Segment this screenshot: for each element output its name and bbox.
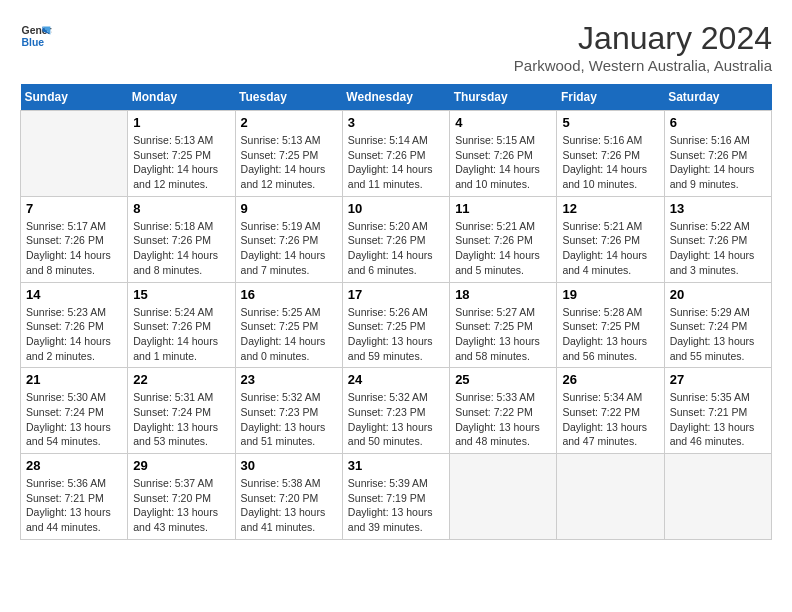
day-number: 13 bbox=[670, 201, 766, 216]
page-header: General Blue January 2024 Parkwood, West… bbox=[20, 20, 772, 74]
column-header-wednesday: Wednesday bbox=[342, 84, 449, 111]
title-area: January 2024 Parkwood, Western Australia… bbox=[514, 20, 772, 74]
day-number: 23 bbox=[241, 372, 337, 387]
calendar-cell: 30Sunrise: 5:38 AM Sunset: 7:20 PM Dayli… bbox=[235, 454, 342, 540]
day-number: 27 bbox=[670, 372, 766, 387]
day-info: Sunrise: 5:18 AM Sunset: 7:26 PM Dayligh… bbox=[133, 219, 229, 278]
day-info: Sunrise: 5:33 AM Sunset: 7:22 PM Dayligh… bbox=[455, 390, 551, 449]
day-info: Sunrise: 5:23 AM Sunset: 7:26 PM Dayligh… bbox=[26, 305, 122, 364]
month-title: January 2024 bbox=[514, 20, 772, 57]
day-info: Sunrise: 5:16 AM Sunset: 7:26 PM Dayligh… bbox=[562, 133, 658, 192]
day-info: Sunrise: 5:27 AM Sunset: 7:25 PM Dayligh… bbox=[455, 305, 551, 364]
calendar-cell: 12Sunrise: 5:21 AM Sunset: 7:26 PM Dayli… bbox=[557, 196, 664, 282]
day-number: 1 bbox=[133, 115, 229, 130]
day-number: 22 bbox=[133, 372, 229, 387]
calendar-cell: 25Sunrise: 5:33 AM Sunset: 7:22 PM Dayli… bbox=[450, 368, 557, 454]
calendar-week-5: 28Sunrise: 5:36 AM Sunset: 7:21 PM Dayli… bbox=[21, 454, 772, 540]
day-number: 6 bbox=[670, 115, 766, 130]
day-number: 24 bbox=[348, 372, 444, 387]
day-number: 19 bbox=[562, 287, 658, 302]
day-number: 25 bbox=[455, 372, 551, 387]
calendar-cell: 17Sunrise: 5:26 AM Sunset: 7:25 PM Dayli… bbox=[342, 282, 449, 368]
day-number: 3 bbox=[348, 115, 444, 130]
svg-text:Blue: Blue bbox=[22, 37, 45, 48]
logo-icon: General Blue bbox=[20, 20, 52, 52]
day-info: Sunrise: 5:36 AM Sunset: 7:21 PM Dayligh… bbox=[26, 476, 122, 535]
day-number: 17 bbox=[348, 287, 444, 302]
calendar-cell: 5Sunrise: 5:16 AM Sunset: 7:26 PM Daylig… bbox=[557, 111, 664, 197]
day-number: 14 bbox=[26, 287, 122, 302]
day-number: 7 bbox=[26, 201, 122, 216]
day-info: Sunrise: 5:25 AM Sunset: 7:25 PM Dayligh… bbox=[241, 305, 337, 364]
calendar-cell: 3Sunrise: 5:14 AM Sunset: 7:26 PM Daylig… bbox=[342, 111, 449, 197]
day-number: 31 bbox=[348, 458, 444, 473]
day-info: Sunrise: 5:37 AM Sunset: 7:20 PM Dayligh… bbox=[133, 476, 229, 535]
day-info: Sunrise: 5:32 AM Sunset: 7:23 PM Dayligh… bbox=[241, 390, 337, 449]
calendar-cell: 29Sunrise: 5:37 AM Sunset: 7:20 PM Dayli… bbox=[128, 454, 235, 540]
day-number: 28 bbox=[26, 458, 122, 473]
calendar-cell bbox=[557, 454, 664, 540]
calendar-cell bbox=[450, 454, 557, 540]
calendar-cell: 4Sunrise: 5:15 AM Sunset: 7:26 PM Daylig… bbox=[450, 111, 557, 197]
calendar-week-4: 21Sunrise: 5:30 AM Sunset: 7:24 PM Dayli… bbox=[21, 368, 772, 454]
calendar-cell: 15Sunrise: 5:24 AM Sunset: 7:26 PM Dayli… bbox=[128, 282, 235, 368]
calendar-cell: 19Sunrise: 5:28 AM Sunset: 7:25 PM Dayli… bbox=[557, 282, 664, 368]
day-number: 30 bbox=[241, 458, 337, 473]
calendar-week-2: 7Sunrise: 5:17 AM Sunset: 7:26 PM Daylig… bbox=[21, 196, 772, 282]
day-info: Sunrise: 5:21 AM Sunset: 7:26 PM Dayligh… bbox=[455, 219, 551, 278]
day-number: 16 bbox=[241, 287, 337, 302]
calendar-cell: 10Sunrise: 5:20 AM Sunset: 7:26 PM Dayli… bbox=[342, 196, 449, 282]
column-header-monday: Monday bbox=[128, 84, 235, 111]
day-number: 11 bbox=[455, 201, 551, 216]
day-info: Sunrise: 5:14 AM Sunset: 7:26 PM Dayligh… bbox=[348, 133, 444, 192]
day-number: 2 bbox=[241, 115, 337, 130]
calendar-cell: 23Sunrise: 5:32 AM Sunset: 7:23 PM Dayli… bbox=[235, 368, 342, 454]
day-info: Sunrise: 5:39 AM Sunset: 7:19 PM Dayligh… bbox=[348, 476, 444, 535]
calendar-week-1: 1Sunrise: 5:13 AM Sunset: 7:25 PM Daylig… bbox=[21, 111, 772, 197]
day-info: Sunrise: 5:38 AM Sunset: 7:20 PM Dayligh… bbox=[241, 476, 337, 535]
calendar-cell bbox=[664, 454, 771, 540]
column-header-sunday: Sunday bbox=[21, 84, 128, 111]
calendar-cell: 9Sunrise: 5:19 AM Sunset: 7:26 PM Daylig… bbox=[235, 196, 342, 282]
day-info: Sunrise: 5:17 AM Sunset: 7:26 PM Dayligh… bbox=[26, 219, 122, 278]
column-header-thursday: Thursday bbox=[450, 84, 557, 111]
day-number: 18 bbox=[455, 287, 551, 302]
day-number: 8 bbox=[133, 201, 229, 216]
day-info: Sunrise: 5:34 AM Sunset: 7:22 PM Dayligh… bbox=[562, 390, 658, 449]
logo: General Blue bbox=[20, 20, 52, 52]
location-title: Parkwood, Western Australia, Australia bbox=[514, 57, 772, 74]
calendar-cell: 16Sunrise: 5:25 AM Sunset: 7:25 PM Dayli… bbox=[235, 282, 342, 368]
day-info: Sunrise: 5:13 AM Sunset: 7:25 PM Dayligh… bbox=[241, 133, 337, 192]
calendar-cell: 11Sunrise: 5:21 AM Sunset: 7:26 PM Dayli… bbox=[450, 196, 557, 282]
day-number: 9 bbox=[241, 201, 337, 216]
calendar-cell: 21Sunrise: 5:30 AM Sunset: 7:24 PM Dayli… bbox=[21, 368, 128, 454]
day-info: Sunrise: 5:16 AM Sunset: 7:26 PM Dayligh… bbox=[670, 133, 766, 192]
day-info: Sunrise: 5:15 AM Sunset: 7:26 PM Dayligh… bbox=[455, 133, 551, 192]
day-number: 21 bbox=[26, 372, 122, 387]
day-number: 5 bbox=[562, 115, 658, 130]
day-info: Sunrise: 5:24 AM Sunset: 7:26 PM Dayligh… bbox=[133, 305, 229, 364]
calendar-cell: 8Sunrise: 5:18 AM Sunset: 7:26 PM Daylig… bbox=[128, 196, 235, 282]
day-info: Sunrise: 5:26 AM Sunset: 7:25 PM Dayligh… bbox=[348, 305, 444, 364]
day-info: Sunrise: 5:31 AM Sunset: 7:24 PM Dayligh… bbox=[133, 390, 229, 449]
day-info: Sunrise: 5:29 AM Sunset: 7:24 PM Dayligh… bbox=[670, 305, 766, 364]
day-number: 20 bbox=[670, 287, 766, 302]
calendar-cell: 20Sunrise: 5:29 AM Sunset: 7:24 PM Dayli… bbox=[664, 282, 771, 368]
calendar-cell: 22Sunrise: 5:31 AM Sunset: 7:24 PM Dayli… bbox=[128, 368, 235, 454]
calendar-cell: 7Sunrise: 5:17 AM Sunset: 7:26 PM Daylig… bbox=[21, 196, 128, 282]
calendar-cell: 14Sunrise: 5:23 AM Sunset: 7:26 PM Dayli… bbox=[21, 282, 128, 368]
day-info: Sunrise: 5:30 AM Sunset: 7:24 PM Dayligh… bbox=[26, 390, 122, 449]
calendar-cell: 27Sunrise: 5:35 AM Sunset: 7:21 PM Dayli… bbox=[664, 368, 771, 454]
day-number: 4 bbox=[455, 115, 551, 130]
day-info: Sunrise: 5:20 AM Sunset: 7:26 PM Dayligh… bbox=[348, 219, 444, 278]
calendar-cell: 28Sunrise: 5:36 AM Sunset: 7:21 PM Dayli… bbox=[21, 454, 128, 540]
calendar-table: SundayMondayTuesdayWednesdayThursdayFrid… bbox=[20, 84, 772, 540]
day-info: Sunrise: 5:21 AM Sunset: 7:26 PM Dayligh… bbox=[562, 219, 658, 278]
day-number: 15 bbox=[133, 287, 229, 302]
calendar-cell: 18Sunrise: 5:27 AM Sunset: 7:25 PM Dayli… bbox=[450, 282, 557, 368]
calendar-cell: 6Sunrise: 5:16 AM Sunset: 7:26 PM Daylig… bbox=[664, 111, 771, 197]
day-number: 12 bbox=[562, 201, 658, 216]
calendar-week-3: 14Sunrise: 5:23 AM Sunset: 7:26 PM Dayli… bbox=[21, 282, 772, 368]
column-header-tuesday: Tuesday bbox=[235, 84, 342, 111]
calendar-cell bbox=[21, 111, 128, 197]
